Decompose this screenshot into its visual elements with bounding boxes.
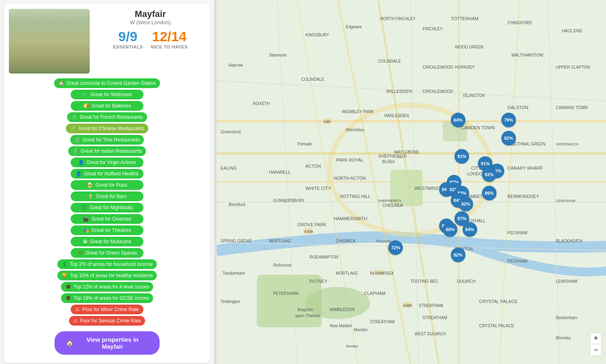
badge-icon: 🏛 [83,239,88,244]
badge-text: Top 18% of areas for GCSE scores [74,295,149,301]
badge-text: Great for Virgin Actives [86,160,136,165]
mayfair-subtitle: W (West London) [95,19,205,25]
mayfair-badge: 🛒Great for Waitroses [71,90,143,99]
mayfair-essentials-label: ESSENTIALS [113,44,143,49]
badge-text: Good for Chinese Restaurants [78,126,144,131]
view-mayfair-label: View properties in Mayfair [77,336,148,350]
badge-icon: 🏆 [61,273,67,278]
mayfair-badge: 🏠Great commute to Covent Garden Station [54,78,160,88]
mayfair-badge: 🍞Great for Bakeries [71,101,143,111]
badge-icon: 🛒 [82,92,88,97]
mayfair-badge: 🍴Great for Indian Restaurants [68,146,146,156]
badge-icon: 🍞 [83,103,89,109]
mayfair-card: Mayfair W (West London) 9/9 ESSENTIALS 1… [4,4,210,363]
mayfair-badge: 👤Great for Nuffield Healths [71,169,143,179]
badge-text: Great for Indian Restaurants [81,148,142,154]
zoom-in-button[interactable]: + [590,333,602,344]
mayfair-badge: ⚠Poor for Minor Crime Rate [71,305,143,314]
badge-text: Great for Waitroses [90,92,133,97]
mayfair-badge: 🎓Top 12% of areas for A level scores [61,282,153,292]
badge-text: Top 2% of areas for household income [70,261,153,267]
mayfair-image [9,9,90,74]
mayfair-badge: 🏛Great for Museums [71,237,143,246]
badge-text: Great for Pubs [95,182,127,188]
map-bubble[interactable]: 86% [482,186,497,200]
mayfair-badge: 🍴Great for French Restaurants [67,112,147,122]
map-bubbles-layer: 84%79%82%81%91%82%92%92%84%82%83%84%82%8… [217,0,606,364]
map-container[interactable]: Harrow ROXETH Greenford EALING Brentford… [217,0,606,364]
badge-text: Great for Bakeries [92,103,131,109]
mayfair-name: Mayfair [95,9,205,19]
mayfair-info: Mayfair W (West London) 9/9 ESSENTIALS 1… [95,9,205,52]
map-bubble[interactable]: 72% [388,240,403,255]
mayfair-badge: 💲Top 2% of areas for household income [57,259,157,269]
map-bubble[interactable]: 81% [455,149,469,164]
badge-icon: 👤 [76,171,82,177]
mayfair-badge: 🌿Great for Green Spaces [71,248,143,258]
left-panel: Mayfair W (West London) 9/9 ESSENTIALS 1… [0,0,214,364]
mayfair-scores: 9/9 ESSENTIALS 12/14 NICE TO HAVES [95,29,205,49]
mayfair-badge: 🏆Top 10% of areas for healthy residents [57,271,157,280]
badge-text: Great for Museums [90,239,132,244]
map-bubble[interactable]: 79% [501,113,516,127]
mayfair-badge: 🎬Great for Cinemas [71,214,143,224]
badge-icon: 🌿 [77,250,83,256]
map-bubble[interactable]: 84% [451,113,465,127]
badge-icon: 🍺 [87,182,93,188]
mayfair-badge: 🍺Great for Pubs [71,180,143,190]
badge-text: Great for Green Spaces [86,250,137,256]
badge-text: Top 12% of areas for A level scores [74,284,149,290]
badge-text: Great for Bars [96,194,126,199]
badge-icon: 🍴 [72,148,78,154]
badge-icon: 👤 [78,160,84,165]
badge-icon: 🍴 [70,126,76,131]
map-bubble[interactable]: 82% [451,248,465,262]
mayfair-badge: 🍹Great for Bars [71,191,143,201]
badge-text: Great for French Restaurants [80,114,143,120]
mayfair-nice: 12/14 NICE TO HAVES [151,29,188,49]
map-bubble[interactable]: 82% [459,197,473,211]
mayfair-badge: ⚠Poor for Serious Crime Rate [69,316,145,326]
badge-icon: 🏠 [58,80,64,86]
badge-icon: 🎓 [65,295,71,301]
badge-icon: 🎓 [65,284,71,290]
mayfair-badge: 🍴Good for Chinese Restaurants [66,124,148,133]
badge-icon: ⚠ [73,318,78,324]
badge-icon: 🎬 [83,216,89,222]
map-bubble[interactable]: 92% [482,167,497,182]
badge-icon: 🍴 [71,114,77,120]
badge-text: Great for Cinemas [91,216,131,222]
badge-text: Great for Thai Restaurants [83,137,140,143]
badge-text: Top 10% of areas for healthy residents [70,273,153,278]
badge-icon: 🍹 [88,194,94,199]
map-bubble[interactable]: 84% [463,222,477,237]
home-icon: 🏠 [66,339,74,347]
mayfair-essentials-score: 9/9 [113,29,143,44]
mayfair-badge: 🎓Top 18% of areas for GCSE scores [61,293,153,303]
view-mayfair-button[interactable]: 🏠 View properties in Mayfair [55,331,160,355]
mayfair-badges: 🏠Great commute to Covent Garden Station🛒… [4,78,210,326]
badge-text: Poor for Serious Crime Rate [80,318,141,324]
map-panel[interactable]: Harrow ROXETH Greenford EALING Brentford… [217,0,606,364]
mayfair-badge: 🍴Great for Thai Restaurants [70,135,144,145]
zoom-controls[interactable]: + − [590,332,602,356]
badge-text: Great for Nightclubs [90,205,133,210]
badge-text: Great commute to Covent Garden Station [67,80,156,86]
badge-text: Great for Nuffield Healths [84,171,139,177]
badge-icon: 🎭 [83,227,89,233]
badge-text: Poor for Minor Crime Rate [82,307,139,312]
mayfair-nice-score: 12/14 [151,29,188,44]
badge-text: Great for Theatres [92,227,131,233]
badge-icon: 🍴 [74,137,80,143]
map-bubble[interactable]: 80% [443,222,457,237]
mayfair-essentials: 9/9 ESSENTIALS [113,29,143,49]
badge-icon: 💲 [61,261,67,267]
zoom-out-button[interactable]: − [590,344,602,356]
badge-icon: 🎵 [81,205,87,210]
map-bubble[interactable]: 82% [501,131,516,145]
mayfair-badge: 👤Great for Virgin Actives [71,158,143,167]
mayfair-nice-label: NICE TO HAVES [151,44,188,49]
mayfair-badge: 🎭Great for Theatres [71,225,143,235]
badge-icon: ⚠ [75,307,80,312]
mayfair-badge: 🎵Great for Nightclubs [71,203,143,213]
